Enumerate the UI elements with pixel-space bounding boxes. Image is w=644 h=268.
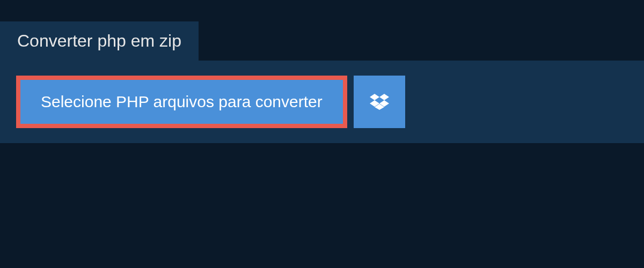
select-files-button[interactable]: Selecione PHP arquivos para converter — [20, 80, 343, 124]
converter-tab[interactable]: Converter php em zip — [0, 21, 199, 61]
dropbox-button[interactable] — [354, 76, 405, 128]
converter-panel: Converter php em zip Selecione PHP arqui… — [0, 0, 644, 143]
tab-title: Converter php em zip — [17, 31, 181, 50]
dropbox-icon — [370, 92, 389, 111]
select-files-label: Selecione PHP arquivos para converter — [41, 93, 323, 110]
select-files-highlight: Selecione PHP arquivos para converter — [16, 76, 347, 128]
tab-content: Selecione PHP arquivos para converter — [0, 61, 644, 143]
